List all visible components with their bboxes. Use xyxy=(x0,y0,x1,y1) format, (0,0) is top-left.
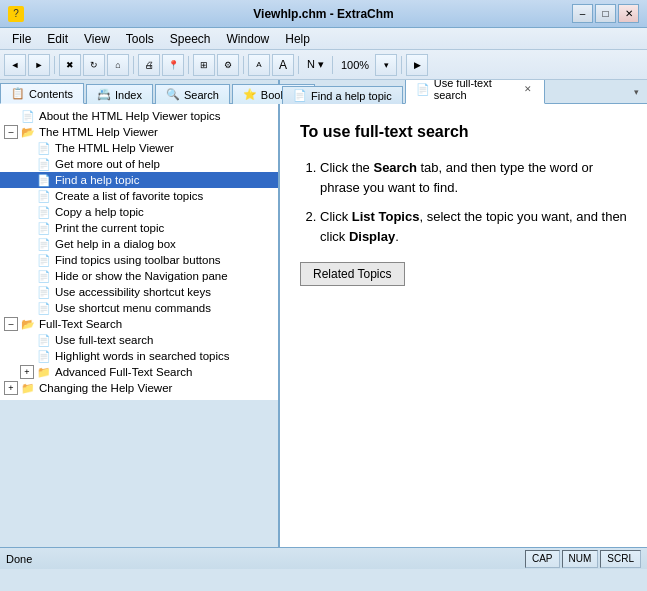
menu-file[interactable]: File xyxy=(4,30,39,48)
cap-indicator: CAP xyxy=(525,550,560,568)
step-2-bold-list: List Topics xyxy=(352,209,420,224)
hide-show-button[interactable]: ⊞ xyxy=(193,54,215,76)
menu-tools[interactable]: Tools xyxy=(118,30,162,48)
options-button[interactable]: ⚙ xyxy=(217,54,239,76)
menu-window[interactable]: Window xyxy=(219,30,278,48)
contents-icon: 📋 xyxy=(11,87,25,100)
menu-bar: File Edit View Tools Speech Window Help xyxy=(0,28,647,50)
forward-button[interactable]: ► xyxy=(28,54,50,76)
page-icon: 📄 xyxy=(36,349,52,363)
locate-button[interactable]: 📍 xyxy=(162,54,184,76)
content-title: To use full-text search xyxy=(300,120,627,144)
print-button[interactable]: 🖨 xyxy=(138,54,160,76)
tree-item-find-toolbar[interactable]: 📄 Find topics using toolbar buttons xyxy=(0,252,278,268)
expander-the-html[interactable]: – xyxy=(4,125,18,139)
toolbar-separator-3 xyxy=(188,56,189,74)
tree-item-print-topic[interactable]: 📄 Print the current topic xyxy=(0,220,278,236)
tree-item-shortcut-menu[interactable]: 📄 Use shortcut menu commands xyxy=(0,300,278,316)
search-icon: 🔍 xyxy=(166,88,180,101)
window-title: Viewhlp.chm - ExtraChm xyxy=(253,7,393,21)
tree-item-the-html-viewer[interactable]: 📄 The HTML Help Viewer xyxy=(0,140,278,156)
status-indicators: CAP NUM SCRL xyxy=(523,550,641,568)
toolbar-separator-5 xyxy=(298,56,299,74)
content-steps-list: Click the Search tab, and then type the … xyxy=(320,158,627,246)
tree-item-about[interactable]: 📄 About the HTML Help Viewer topics xyxy=(0,108,278,124)
expander-advanced[interactable]: + xyxy=(20,365,34,379)
tree-item-create-list[interactable]: 📄 Create a list of favorite topics xyxy=(0,188,278,204)
tree-item-changing[interactable]: + 📁 Changing the Help Viewer xyxy=(0,380,278,396)
stop-button[interactable]: ✖ xyxy=(59,54,81,76)
title-bar: ? Viewhlp.chm - ExtraChm – □ ✕ xyxy=(0,0,647,28)
tree-item-copy-topic[interactable]: 📄 Copy a help topic xyxy=(0,204,278,220)
page-icon: 📄 xyxy=(36,253,52,267)
font-small-button[interactable]: A xyxy=(248,54,270,76)
font-large-button[interactable]: A xyxy=(272,54,294,76)
toolbar-separator-6 xyxy=(332,56,333,74)
tree-item-get-help-dialog[interactable]: 📄 Get help in a dialog box xyxy=(0,236,278,252)
page-icon: 📄 xyxy=(36,237,52,251)
tree-item-advanced[interactable]: + 📁 Advanced Full-Text Search xyxy=(0,364,278,380)
page-icon: 📄 xyxy=(36,285,52,299)
zoom-percent-label: 100% xyxy=(337,59,373,71)
folder-open-icon: 📂 xyxy=(20,125,36,139)
tree-item-highlight[interactable]: 📄 Highlight words in searched topics xyxy=(0,348,278,364)
close-tab-button[interactable]: ✕ xyxy=(522,84,534,94)
content-area: To use full-text search Click the Search… xyxy=(280,104,647,547)
page-icon: 📄 xyxy=(36,173,52,187)
tree-item-use-full-text[interactable]: 📄 Use full-text search xyxy=(0,332,278,348)
folder-icon: 📁 xyxy=(36,365,52,379)
window-controls: – □ ✕ xyxy=(572,4,639,23)
zoom-n-label: N ▾ xyxy=(303,58,328,71)
status-bar: Done CAP NUM SCRL xyxy=(0,547,647,569)
bookmark-icon: ⭐ xyxy=(243,88,257,101)
tree-item-accessibility[interactable]: 📄 Use accessibility shortcut keys xyxy=(0,284,278,300)
step-2-bold-display: Display xyxy=(349,229,395,244)
refresh-button[interactable]: ↻ xyxy=(83,54,105,76)
app-icon: ? xyxy=(8,6,24,22)
maximize-button[interactable]: □ xyxy=(595,4,616,23)
toolbar: ◄ ► ✖ ↻ ⌂ 🖨 📍 ⊞ ⚙ A A N ▾ 100% ▾ ▶ xyxy=(0,50,647,80)
content-tabs: 📄 Find a help topic 📄 Use full-text sear… xyxy=(280,80,647,104)
find-help-tab-icon: 📄 xyxy=(293,89,307,102)
tree-item-full-text[interactable]: – 📂 Full-Text Search xyxy=(0,316,278,332)
tab-index[interactable]: 📇 Index xyxy=(86,84,153,104)
num-indicator: NUM xyxy=(562,550,599,568)
toolbar-separator-4 xyxy=(243,56,244,74)
tree-item-the-html[interactable]: – 📂 The HTML Help Viewer xyxy=(0,124,278,140)
content-tab-find-help[interactable]: 📄 Find a help topic xyxy=(282,86,403,104)
folder-icon: 📁 xyxy=(20,381,36,395)
status-text: Done xyxy=(6,553,523,565)
page-icon: 📄 xyxy=(36,301,52,315)
page-icon: 📄 xyxy=(36,269,52,283)
page-icon: 📄 xyxy=(36,141,52,155)
tree-item-get-more[interactable]: 📄 Get more out of help xyxy=(0,156,278,172)
tree-item-hide-show[interactable]: 📄 Hide or show the Navigation pane xyxy=(0,268,278,284)
menu-help[interactable]: Help xyxy=(277,30,318,48)
tab-contents[interactable]: 📋 Contents xyxy=(0,83,84,104)
step-2: Click List Topics, select the topic you … xyxy=(320,207,627,246)
tab-search[interactable]: 🔍 Search xyxy=(155,84,230,104)
zoom-dropdown-button[interactable]: ▾ xyxy=(375,54,397,76)
play-button[interactable]: ▶ xyxy=(406,54,428,76)
menu-speech[interactable]: Speech xyxy=(162,30,219,48)
page-icon: 📄 xyxy=(36,221,52,235)
related-topics-button[interactable]: Related Topics xyxy=(300,262,405,286)
page-icon: 📄 xyxy=(36,333,52,347)
toolbar-separator-2 xyxy=(133,56,134,74)
home-button[interactable]: ⌂ xyxy=(107,54,129,76)
back-button[interactable]: ◄ xyxy=(4,54,26,76)
expander-changing[interactable]: + xyxy=(4,381,18,395)
menu-view[interactable]: View xyxy=(76,30,118,48)
menu-edit[interactable]: Edit xyxy=(39,30,76,48)
page-icon: 📄 xyxy=(36,189,52,203)
tab-dropdown-button[interactable]: ▾ xyxy=(627,81,645,103)
expander-full-text[interactable]: – xyxy=(4,317,18,331)
toolbar-separator-7 xyxy=(401,56,402,74)
close-button[interactable]: ✕ xyxy=(618,4,639,23)
right-panel: 📄 Find a help topic 📄 Use full-text sear… xyxy=(280,80,647,547)
tree-item-find-topic[interactable]: 📄 Find a help topic xyxy=(0,172,278,188)
minimize-button[interactable]: – xyxy=(572,4,593,23)
index-icon: 📇 xyxy=(97,88,111,101)
tree-panel: 📄 About the HTML Help Viewer topics – 📂 … xyxy=(0,104,280,400)
content-tab-full-text[interactable]: 📄 Use full-text search ✕ xyxy=(405,80,545,104)
